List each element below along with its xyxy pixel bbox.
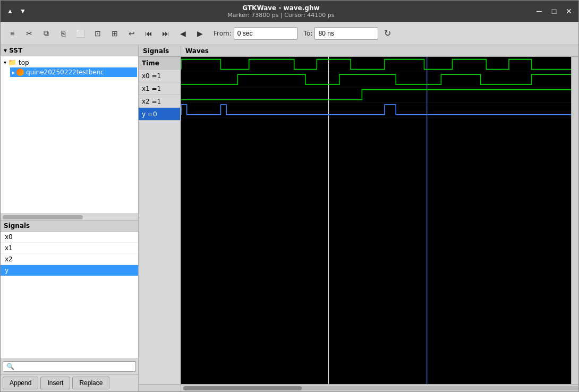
signal-item-x0[interactable]: x0 <box>1 232 138 243</box>
titlebar-left: ▲ ▼ <box>5 6 28 16</box>
waves-header-row: Signals Waves <box>139 45 578 57</box>
main-window: ▲ ▼ GTKWave - wave.ghw Marker: 73800 ps … <box>0 0 579 392</box>
insert-button[interactable]: Insert <box>40 377 70 389</box>
from-label: From: <box>214 30 232 37</box>
cut-button[interactable]: ✂ <box>22 26 37 41</box>
signals-header: Signals <box>1 220 138 232</box>
search-area: 🔍 <box>1 359 138 374</box>
window-title: GTKWave - wave.ghw <box>28 4 534 12</box>
last-marker-button[interactable]: ⏭ <box>158 26 173 41</box>
close-button[interactable]: ✕ <box>564 6 574 16</box>
h-scrollbar-track[interactable] <box>183 386 578 390</box>
waves-col-header: Waves <box>181 46 213 56</box>
prev-marker-button[interactable]: ◀ <box>175 26 190 41</box>
signal-name-x1[interactable]: x1 =1 <box>139 82 180 95</box>
arrow-down-button[interactable]: ▼ <box>18 6 28 16</box>
menu-button[interactable]: ≡ <box>5 26 20 41</box>
sst-item-top[interactable]: ▾ 📁 top <box>2 57 137 67</box>
signal-item-x2[interactable]: x2 <box>1 254 138 265</box>
sst-section: ▾ SST ▾ 📁 top ▸ quine20250222testbenc <box>1 45 138 220</box>
signal-label-x1: x1 =1 <box>142 85 161 92</box>
to-input[interactable] <box>314 27 378 40</box>
search-input-wrap: 🔍 <box>3 361 136 372</box>
sst-arrow-component: ▸ <box>12 70 15 75</box>
signal-name-time: Time <box>139 57 180 70</box>
h-scrollbar-thumb[interactable] <box>183 386 302 390</box>
signal-label-x0: x0 =1 <box>142 72 161 80</box>
vertical-scrollbar[interactable] <box>571 57 578 384</box>
toolbar: ≡ ✂ ⧉ ⎘ ⬜ ⊡ ⊞ ↩ ⏮ ⏭ ◀ ▶ From: To: ↻ <box>1 22 578 45</box>
maximize-button[interactable]: □ <box>549 6 559 16</box>
sst-item-top-label: top <box>19 59 29 66</box>
paste-button[interactable]: ⎘ <box>56 26 71 41</box>
sst-toggle[interactable]: ▾ <box>4 47 9 54</box>
sst-scrollbar-area <box>1 214 138 220</box>
signal-item-x1[interactable]: x1 <box>1 243 138 254</box>
titlebar-title: GTKWave - wave.ghw Marker: 73800 ps | Cu… <box>28 4 534 19</box>
main-content: ▾ SST ▾ 📁 top ▸ quine20250222testbenc <box>1 45 578 391</box>
undo-button[interactable]: ↩ <box>124 26 139 41</box>
select-all-button[interactable]: ⬜ <box>73 26 88 41</box>
copy-button[interactable]: ⧉ <box>39 26 54 41</box>
sst-item-component-label: quine20250222testbenc <box>26 69 104 76</box>
signal-name-y[interactable]: y =0 <box>139 108 180 121</box>
h-scrollbar-area <box>139 384 578 391</box>
arrow-up-button[interactable]: ▲ <box>5 6 15 16</box>
sst-arrow-top: ▾ <box>4 59 6 65</box>
marker-info: Marker: 73800 ps | Cursor: 44100 ps <box>28 12 534 19</box>
to-label: To: <box>304 30 313 37</box>
sst-label: SST <box>9 47 22 54</box>
minimize-button[interactable]: ─ <box>534 6 544 16</box>
signal-name-x2[interactable]: x2 =1 <box>139 95 180 108</box>
zoom-select-button[interactable]: ⊞ <box>107 26 122 41</box>
from-input[interactable] <box>234 27 297 40</box>
signal-label-y: y =0 <box>142 110 157 118</box>
search-icon: 🔍 <box>6 363 14 370</box>
append-button[interactable]: Append <box>3 377 38 389</box>
signal-names-col: Time x0 =1 x1 =1 x2 =1 y =0 <box>139 57 181 384</box>
component-icon <box>16 69 24 76</box>
sst-scrollbar[interactable] <box>3 215 83 219</box>
refresh-button[interactable]: ↻ <box>380 27 395 40</box>
next-marker-button[interactable]: ▶ <box>192 26 207 41</box>
signals-waves-area: Time x0 =1 x1 =1 x2 =1 y =0 <box>139 57 578 384</box>
signal-label-x2: x2 =1 <box>142 98 161 105</box>
titlebar: ▲ ▼ GTKWave - wave.ghw Marker: 73800 ps … <box>1 1 578 22</box>
first-marker-button[interactable]: ⏮ <box>141 26 156 41</box>
right-area: Signals Waves Time x0 =1 x1 =1 <box>139 45 578 391</box>
signal-name-x0[interactable]: x0 =1 <box>139 70 180 82</box>
replace-button[interactable]: Replace <box>72 377 109 389</box>
folder-icon: 📁 <box>8 58 16 66</box>
sst-tree: ▾ 📁 top ▸ quine20250222testbenc <box>1 56 138 214</box>
signals-list: x0 x1 x2 y <box>1 232 138 359</box>
signal-name-time-label: Time <box>142 59 159 67</box>
sst-item-component[interactable]: ▸ quine20250222testbenc <box>10 67 137 77</box>
bottom-buttons: Append Insert Replace <box>1 374 138 391</box>
waveform-area[interactable] <box>181 57 571 384</box>
left-panel: ▾ SST ▾ 📁 top ▸ quine20250222testbenc <box>1 45 139 391</box>
signals-section: Signals x0 x1 x2 y 🔍 Append Insert Re <box>1 220 138 391</box>
signals-col-header: Signals <box>139 46 181 56</box>
signal-item-y[interactable]: y <box>1 265 138 276</box>
titlebar-controls: ─ □ ✕ <box>534 6 574 16</box>
search-input[interactable] <box>16 363 132 370</box>
sst-header: ▾ SST <box>1 45 138 56</box>
zoom-fit-button[interactable]: ⊡ <box>90 26 105 41</box>
scrollbar-signal-area <box>139 385 181 392</box>
waveform-svg <box>181 57 571 384</box>
